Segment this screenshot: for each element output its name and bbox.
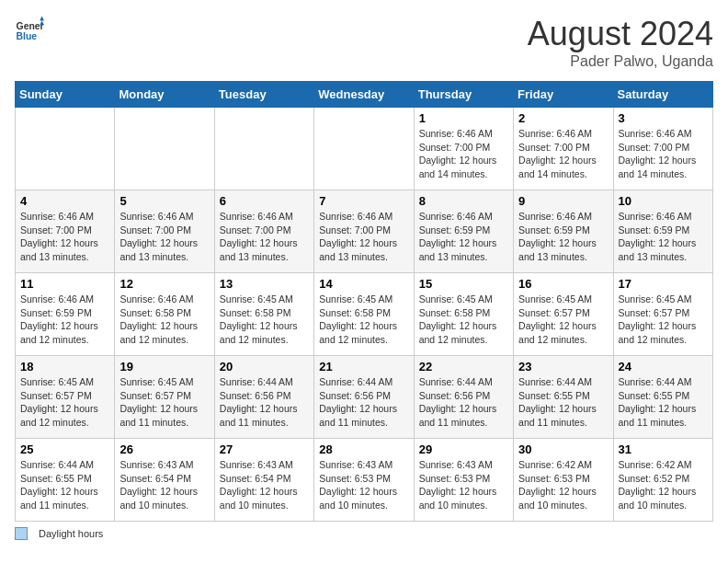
svg-text:General: General [17, 21, 44, 31]
calendar-cell [314, 108, 414, 190]
svg-marker-2 [40, 17, 44, 21]
day-info: Sunrise: 6:42 AM Sunset: 6:52 PM Dayligh… [619, 458, 708, 512]
calendar-cell: 18Sunrise: 6:45 AM Sunset: 6:57 PM Dayli… [16, 356, 115, 439]
day-number: 15 [419, 277, 508, 291]
day-info: Sunrise: 6:44 AM Sunset: 6:56 PM Dayligh… [220, 375, 309, 430]
daylight-swatch [15, 527, 28, 540]
day-info: Sunrise: 6:45 AM Sunset: 6:58 PM Dayligh… [319, 293, 408, 347]
footer-note: Daylight hours [15, 527, 713, 540]
calendar-cell: 22Sunrise: 6:44 AM Sunset: 6:56 PM Dayli… [414, 356, 513, 439]
calendar-cell: 7Sunrise: 6:46 AM Sunset: 7:00 PM Daylig… [314, 190, 414, 273]
day-info: Sunrise: 6:43 AM Sunset: 6:53 PM Dayligh… [419, 458, 508, 512]
day-number: 13 [220, 277, 309, 291]
day-header-wednesday: Wednesday [314, 82, 414, 108]
calendar-week-row: 4Sunrise: 6:46 AM Sunset: 7:00 PM Daylig… [16, 190, 713, 273]
calendar-cell: 13Sunrise: 6:45 AM Sunset: 6:58 PM Dayli… [214, 273, 313, 356]
calendar-cell: 17Sunrise: 6:45 AM Sunset: 6:57 PM Dayli… [613, 273, 712, 356]
day-info: Sunrise: 6:44 AM Sunset: 6:55 PM Dayligh… [619, 375, 708, 430]
calendar-cell: 8Sunrise: 6:46 AM Sunset: 6:59 PM Daylig… [414, 190, 513, 273]
day-info: Sunrise: 6:42 AM Sunset: 6:53 PM Dayligh… [518, 458, 608, 512]
calendar-title: August 2024 [528, 15, 713, 53]
calendar-week-row: 25Sunrise: 6:44 AM Sunset: 6:55 PM Dayli… [16, 439, 713, 522]
day-number: 19 [119, 360, 209, 373]
calendar-cell: 5Sunrise: 6:46 AM Sunset: 7:00 PM Daylig… [115, 190, 214, 273]
day-number: 29 [419, 442, 508, 456]
day-number: 22 [419, 360, 508, 373]
calendar-cell: 3Sunrise: 6:46 AM Sunset: 7:00 PM Daylig… [613, 108, 712, 190]
calendar-cell [16, 108, 115, 190]
day-header-friday: Friday [514, 82, 613, 108]
day-number: 16 [518, 277, 608, 291]
day-number: 27 [220, 442, 309, 456]
day-info: Sunrise: 6:46 AM Sunset: 7:00 PM Dayligh… [119, 210, 209, 264]
calendar-cell: 30Sunrise: 6:42 AM Sunset: 6:53 PM Dayli… [514, 439, 613, 522]
calendar-cell: 19Sunrise: 6:45 AM Sunset: 6:57 PM Dayli… [115, 356, 214, 439]
day-number: 23 [518, 360, 608, 373]
calendar-subtitle: Pader Palwo, Uganda [528, 53, 713, 70]
calendar-cell: 4Sunrise: 6:46 AM Sunset: 7:00 PM Daylig… [16, 190, 115, 273]
day-number: 25 [20, 442, 109, 456]
calendar-cell: 24Sunrise: 6:44 AM Sunset: 6:55 PM Dayli… [613, 356, 712, 439]
calendar-cell: 20Sunrise: 6:44 AM Sunset: 6:56 PM Dayli… [214, 356, 313, 439]
calendar-cell: 23Sunrise: 6:44 AM Sunset: 6:55 PM Dayli… [514, 356, 613, 439]
day-info: Sunrise: 6:46 AM Sunset: 6:59 PM Dayligh… [419, 210, 508, 264]
day-number: 4 [20, 194, 109, 208]
day-number: 21 [319, 360, 408, 373]
day-info: Sunrise: 6:46 AM Sunset: 6:59 PM Dayligh… [518, 210, 608, 264]
day-info: Sunrise: 6:43 AM Sunset: 6:54 PM Dayligh… [220, 458, 309, 512]
calendar-cell: 31Sunrise: 6:42 AM Sunset: 6:52 PM Dayli… [613, 439, 712, 522]
day-number: 14 [319, 277, 408, 291]
calendar-week-row: 1Sunrise: 6:46 AM Sunset: 7:00 PM Daylig… [16, 108, 713, 190]
day-info: Sunrise: 6:44 AM Sunset: 6:55 PM Dayligh… [20, 458, 109, 512]
day-number: 3 [619, 111, 708, 125]
calendar-cell: 27Sunrise: 6:43 AM Sunset: 6:54 PM Dayli… [214, 439, 313, 522]
day-info: Sunrise: 6:46 AM Sunset: 7:00 PM Dayligh… [518, 127, 608, 181]
svg-text:Blue: Blue [17, 31, 38, 41]
calendar-header-row: SundayMondayTuesdayWednesdayThursdayFrid… [16, 82, 713, 108]
day-info: Sunrise: 6:45 AM Sunset: 6:57 PM Dayligh… [518, 293, 608, 347]
day-info: Sunrise: 6:43 AM Sunset: 6:54 PM Dayligh… [119, 458, 209, 512]
day-info: Sunrise: 6:46 AM Sunset: 6:59 PM Dayligh… [619, 210, 708, 264]
day-number: 20 [220, 360, 309, 373]
calendar-cell: 25Sunrise: 6:44 AM Sunset: 6:55 PM Dayli… [16, 439, 115, 522]
day-info: Sunrise: 6:46 AM Sunset: 7:00 PM Dayligh… [20, 210, 109, 264]
logo: General Blue [15, 15, 44, 44]
calendar-cell: 9Sunrise: 6:46 AM Sunset: 6:59 PM Daylig… [514, 190, 613, 273]
day-number: 17 [619, 277, 708, 291]
calendar-cell [214, 108, 313, 190]
calendar-cell: 10Sunrise: 6:46 AM Sunset: 6:59 PM Dayli… [613, 190, 712, 273]
day-header-thursday: Thursday [414, 82, 513, 108]
calendar-cell: 11Sunrise: 6:46 AM Sunset: 6:59 PM Dayli… [16, 273, 115, 356]
day-number: 10 [619, 194, 708, 208]
calendar-week-row: 18Sunrise: 6:45 AM Sunset: 6:57 PM Dayli… [16, 356, 713, 439]
day-info: Sunrise: 6:46 AM Sunset: 7:00 PM Dayligh… [220, 210, 309, 264]
calendar-cell: 6Sunrise: 6:46 AM Sunset: 7:00 PM Daylig… [214, 190, 313, 273]
calendar-cell: 2Sunrise: 6:46 AM Sunset: 7:00 PM Daylig… [514, 108, 613, 190]
title-area: August 2024 Pader Palwo, Uganda [528, 15, 713, 70]
calendar-cell: 15Sunrise: 6:45 AM Sunset: 6:58 PM Dayli… [414, 273, 513, 356]
day-info: Sunrise: 6:46 AM Sunset: 7:00 PM Dayligh… [319, 210, 408, 264]
day-info: Sunrise: 6:45 AM Sunset: 6:58 PM Dayligh… [419, 293, 508, 347]
day-header-sunday: Sunday [16, 82, 115, 108]
calendar-cell: 29Sunrise: 6:43 AM Sunset: 6:53 PM Dayli… [414, 439, 513, 522]
calendar-table: SundayMondayTuesdayWednesdayThursdayFrid… [15, 81, 713, 522]
header: General Blue August 2024 Pader Palwo, Ug… [15, 15, 713, 70]
day-info: Sunrise: 6:46 AM Sunset: 7:00 PM Dayligh… [419, 127, 508, 181]
calendar-cell: 28Sunrise: 6:43 AM Sunset: 6:53 PM Dayli… [314, 439, 414, 522]
day-number: 24 [619, 360, 708, 373]
day-info: Sunrise: 6:44 AM Sunset: 6:56 PM Dayligh… [319, 375, 408, 430]
day-number: 11 [20, 277, 109, 291]
day-info: Sunrise: 6:45 AM Sunset: 6:57 PM Dayligh… [20, 375, 109, 430]
day-number: 28 [319, 442, 408, 456]
day-info: Sunrise: 6:46 AM Sunset: 7:00 PM Dayligh… [619, 127, 708, 181]
calendar-cell [115, 108, 214, 190]
day-header-tuesday: Tuesday [214, 82, 313, 108]
day-number: 2 [518, 111, 608, 125]
day-number: 9 [518, 194, 608, 208]
day-info: Sunrise: 6:44 AM Sunset: 6:55 PM Dayligh… [518, 375, 608, 430]
day-info: Sunrise: 6:43 AM Sunset: 6:53 PM Dayligh… [319, 458, 408, 512]
day-number: 30 [518, 442, 608, 456]
day-number: 5 [119, 194, 209, 208]
day-info: Sunrise: 6:44 AM Sunset: 6:56 PM Dayligh… [419, 375, 508, 430]
calendar-cell: 14Sunrise: 6:45 AM Sunset: 6:58 PM Dayli… [314, 273, 414, 356]
